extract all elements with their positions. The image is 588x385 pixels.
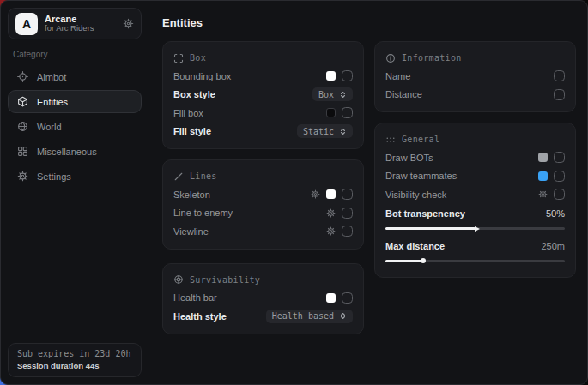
sidebar-item-label: Settings [37,171,71,182]
sidebar: A Arcane for Arc Riders Category [1,1,149,384]
bounding-box-checkbox[interactable] [342,70,353,81]
chevrons-up-down-icon [339,128,347,135]
bot-transparency-value: 50% [546,208,565,219]
row-viewline: Viewline [173,222,353,241]
sidebar-item-label: Aimbot [37,72,66,82]
logo-text: Arcane for Arc Riders [45,14,94,34]
sidebar-item-world[interactable]: World [8,115,142,138]
main-content: Entities Box Bounding box [149,1,587,384]
diagonal-line-icon [173,171,184,182]
page-title: Entities [162,16,576,29]
distance-checkbox[interactable] [554,89,565,100]
globe-icon [17,121,28,132]
crosshair-icon [17,71,28,82]
color-swatch[interactable] [538,171,548,181]
config-gear-icon[interactable] [311,189,320,199]
name-checkbox[interactable] [554,70,565,81]
session-info: Sub expires in 23d 20h Session duration … [8,343,142,377]
box-style-dropdown[interactable]: Box [312,87,353,101]
panel-general-header: General [385,130,565,148]
scan-brackets-icon [173,53,184,63]
row-draw-bots: Draw BOTs [385,148,565,167]
fill-box-checkbox[interactable] [342,107,353,118]
config-gear-icon[interactable] [326,226,336,236]
panel-lines-header: Lines [173,167,353,185]
lifebuoy-icon [173,274,184,285]
visibility-check-checkbox[interactable] [554,189,565,200]
sidebar-item-entities[interactable]: Entities [8,90,142,113]
color-swatch[interactable] [326,108,336,117]
max-distance-value: 250m [541,241,565,251]
fill-style-dropdown[interactable]: Static [297,124,353,138]
line-to-enemy-checkbox[interactable] [342,208,353,219]
panel-information-header: Information [385,49,565,67]
color-swatch[interactable] [326,71,336,81]
row-box-style: Box style Box [173,86,353,105]
color-swatch[interactable] [326,293,336,303]
row-line-to-enemy: Line to enemy [173,204,353,223]
sidebar-item-label: World [37,122,62,132]
panel-box-header: Box [173,49,353,67]
cube-icon [17,96,28,107]
sidebar-item-label: Miscellaneous [37,147,97,157]
app-logo: A [15,13,38,35]
draw-teammates-checkbox[interactable] [554,171,565,182]
row-skeleton: Skeleton [173,185,353,204]
viewline-checkbox[interactable] [342,226,353,237]
dots-grid-icon [385,135,396,145]
row-bot-transparency: Bot transpenency 50% [385,205,565,224]
logo-card: A Arcane for Arc Riders [8,8,142,39]
row-max-distance: Max distance 250m [385,237,565,256]
sub-expiry-text: Sub expires in 23d 20h [17,349,132,358]
panel-general: General Draw BOTs Draw teammates [374,123,576,278]
color-swatch[interactable] [538,153,548,162]
panel-box: Box Bounding box Box style Box [162,41,364,149]
gear-icon [17,171,28,182]
bot-transparency-group: Bot transpenency 50% [385,205,565,231]
gear-icon[interactable] [123,18,134,29]
max-distance-group: Max distance 250m [385,237,565,262]
color-swatch[interactable] [326,189,336,199]
max-distance-slider[interactable] [385,260,565,262]
sidebar-item-aimbot[interactable]: Aimbot [8,65,142,88]
sidebar-item-label: Entities [37,97,68,107]
chevrons-up-down-icon [339,312,347,320]
draw-bots-checkbox[interactable] [554,152,565,163]
health-style-dropdown[interactable]: Health based [266,310,353,323]
sidebar-item-miscellaneous[interactable]: Miscellaneous [8,140,142,163]
row-health-bar: Health bar [173,289,353,308]
app-subtitle: for Arc Riders [45,24,94,33]
row-distance: Distance [385,86,565,105]
health-bar-checkbox[interactable] [342,292,353,304]
skeleton-checkbox[interactable] [342,189,353,200]
panel-survivability-header: Survivability [173,271,353,289]
category-label: Category [13,50,136,59]
sidebar-nav: Aimbot Entities World [8,64,142,189]
bot-transparency-slider[interactable] [385,227,565,230]
row-health-style: Health style Health based [173,307,353,326]
session-duration-text: Session duration 44s [17,361,132,370]
grid-icon [17,146,28,157]
row-bounding-box: Bounding box [173,67,353,86]
row-visibility-check: Visibility check [385,185,565,204]
chevrons-up-down-icon [339,91,347,99]
panel-information: Information Name Distance [374,41,576,112]
row-name: Name [385,67,565,86]
app-window: A Arcane for Arc Riders Category [0,0,588,385]
row-fill-style: Fill style Static [173,123,353,141]
row-draw-teammates: Draw teammates [385,167,565,186]
config-gear-icon[interactable] [326,208,336,218]
info-icon [385,53,396,63]
sidebar-item-settings[interactable]: Settings [8,165,142,188]
row-fill-box: Fill box [173,104,353,123]
config-gear-icon[interactable] [538,189,548,199]
panel-survivability: Survivability Health bar Health style He… [162,263,364,334]
panel-lines: Lines Skeleton [162,159,364,250]
